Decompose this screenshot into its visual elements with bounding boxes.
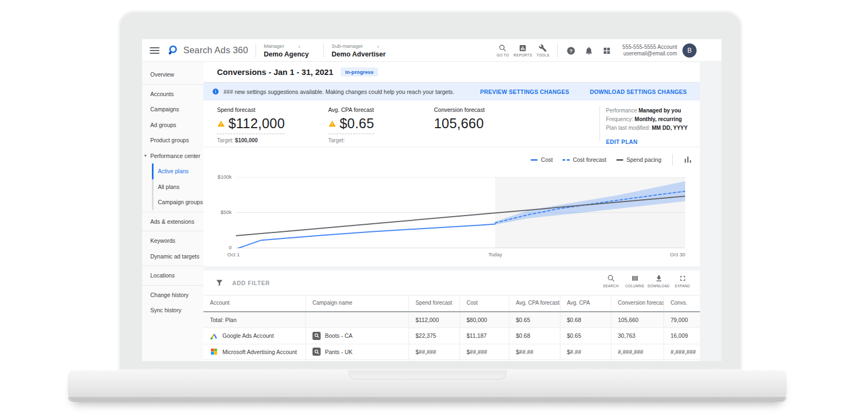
spacer [203, 266, 700, 270]
main-content: Conversions - Jan 1 - 31, 2021 In-progre… [203, 62, 722, 361]
search-campaign-icon [312, 332, 321, 340]
warning-icon [328, 120, 336, 128]
tools-button[interactable]: TOOLS [533, 44, 553, 57]
help-icon[interactable]: ? [566, 46, 576, 55]
chart-legend: Cost Cost forecast Spend pacing [531, 154, 693, 166]
metric-value: 105,660 [434, 116, 484, 131]
campaign-name[interactable]: Boots - CA [325, 332, 353, 339]
account-name[interactable]: Microsoft Advertising Account [222, 349, 297, 355]
column-header[interactable]: Conversion forecast [611, 295, 663, 311]
banner-message: ### new settings suggestions available. … [224, 89, 455, 95]
google-ads-icon [210, 332, 218, 340]
go-to-button[interactable]: GO TO [493, 44, 513, 57]
account-name[interactable]: Google Ads Account [222, 332, 274, 339]
plan-table-panel: ADD FILTER SEARCH COLUMNS [203, 270, 700, 361]
add-filter-button[interactable]: ADD FILTER [232, 280, 270, 286]
table-tools: SEARCH COLUMNS DOWNLOAD [599, 274, 694, 288]
account-number: 555-555-5555 Account [622, 44, 677, 51]
forecast-chart-panel: Cost Cost forecast Spend pacing $100k $5… [203, 147, 700, 266]
divider [672, 154, 673, 166]
legend-spend-pacing[interactable]: Spend pacing [616, 156, 661, 163]
apps-grid-icon[interactable] [602, 46, 611, 55]
plan-info-panel: Performance Managed by you Frequency: Mo… [606, 106, 687, 146]
sidebar-item-change-history[interactable]: Change history [142, 287, 203, 303]
sidebar-item-all-plans[interactable]: All plans [142, 179, 203, 195]
forecast-line-chart[interactable] [236, 177, 685, 248]
app-name: Search Ads 360 [183, 45, 248, 55]
chevron-right-icon: › [377, 43, 379, 49]
sidebar-item-ad-groups[interactable]: Ad groups [142, 117, 203, 133]
column-header[interactable]: Avg. CPA [560, 295, 611, 311]
breadcrumb-level: Sub-manager [331, 43, 363, 49]
chevron-down-icon: ▾ [144, 148, 146, 164]
menu-icon[interactable] [150, 47, 159, 54]
sidebar-item-active-plans[interactable]: Active plans [142, 163, 203, 179]
legend-cost[interactable]: Cost [531, 156, 553, 163]
legend-spend-pacing-swatch [616, 159, 623, 161]
metric-target: Target: $100,000 [217, 137, 285, 143]
sidebar-nav: Overview Accounts Campaigns Ad groups Pr… [142, 62, 203, 361]
table-search-button[interactable]: SEARCH [599, 274, 623, 288]
expand-icon [679, 274, 687, 282]
campaign-name[interactable]: Pants - UK [325, 349, 353, 355]
sidebar-item-keywords[interactable]: Keywords [142, 233, 203, 249]
sidebar-item-dynamic-ad-targets[interactable]: Dynamic ad targets [142, 249, 203, 264]
breadcrumb-name[interactable]: Demo Advertiser [331, 51, 386, 58]
sidebar-item-accounts[interactable]: Accounts [142, 86, 203, 102]
sidebar-item-product-groups[interactable]: Product groups [142, 133, 203, 148]
sidebar-item-overview[interactable]: Overview [142, 67, 203, 83]
status-badge: In-progress [341, 67, 378, 77]
column-header[interactable]: Cost [459, 295, 509, 311]
metric-value[interactable]: $112,000 [228, 116, 285, 131]
sidebar-item-locations[interactable]: Locations [142, 268, 203, 283]
sidebar-item-campaigns[interactable]: Campaigns [142, 102, 203, 117]
legend-cost-forecast-swatch [563, 159, 570, 161]
sidebar-item-performance-center[interactable]: ▾Performance center [142, 148, 203, 164]
x-axis-tick: Oct 1 [227, 251, 240, 257]
total-label: Total: Plan [203, 312, 305, 328]
chart-type-icon[interactable] [682, 154, 693, 165]
filter-funnel-icon[interactable] [215, 279, 224, 287]
metric-value[interactable]: $0.65 [340, 116, 374, 131]
table-expand-button[interactable]: EXPAND [671, 274, 694, 288]
table-download-button[interactable]: DOWNLOAD [647, 274, 671, 288]
x-axis-tick: Today [488, 251, 502, 257]
info-icon [212, 88, 219, 95]
header-toolbar: GO TO REPORTS TOOLS ? 555-555-5555 Accou… [493, 39, 697, 62]
edit-plan-button[interactable]: EDIT PLAN [606, 137, 687, 146]
column-header[interactable]: Account [203, 295, 305, 311]
notifications-bell-icon[interactable] [584, 46, 593, 55]
avatar[interactable]: B [682, 43, 697, 58]
breadcrumb-level: Manager [264, 43, 284, 49]
search-ads-360-logo-icon [167, 45, 179, 56]
legend-cost-forecast[interactable]: Cost forecast [563, 156, 607, 163]
breadcrumb-name[interactable]: Demo Agency [264, 51, 316, 58]
column-header[interactable]: Spend forecast [409, 295, 459, 311]
download-icon [655, 274, 663, 282]
table-columns-button[interactable]: COLUMNS [623, 274, 647, 288]
table-row-microsoft[interactable]: Microsoft Advertising Account Pants - UK… [203, 344, 700, 361]
download-settings-changes-link[interactable]: DOWNLOAD SETTINGS CHANGES [590, 89, 687, 95]
sidebar-item-ads-extensions[interactable]: Ads & extensions [142, 214, 203, 230]
reports-button[interactable]: REPORTS [513, 44, 533, 57]
search-icon [607, 274, 615, 282]
breadcrumb-sub-manager[interactable]: Sub-manager› Demo Advertiser [331, 43, 386, 58]
column-header[interactable]: Avg. CPA forecast [509, 295, 560, 311]
breadcrumb-manager[interactable]: Manager› Demo Agency [264, 43, 316, 58]
table-total-row: Total: Plan $112,000 $80,000 $0.65 $0.68… [203, 312, 700, 329]
warning-icon [217, 120, 225, 128]
sidebar-item-sync-history[interactable]: Sync history [142, 302, 203, 318]
app-header: Search Ads 360 Manager› Demo Agency Sub-… [142, 39, 722, 62]
columns-icon [631, 274, 639, 282]
sidebar-item-campaign-groups[interactable]: Campaign groups [142, 194, 203, 210]
table-row-google-ads[interactable]: Google Ads Account Boots - CA $22,375 $1… [203, 328, 700, 344]
forecast-summary-panel: Spend forecast $112,000 Target: $100,000… [203, 100, 700, 147]
column-header[interactable]: Campaign name [305, 295, 409, 311]
divider [256, 43, 256, 58]
divider [323, 43, 324, 58]
page-title: Conversions - Jan 1 - 31, 2021 [217, 67, 333, 77]
table-row-partial [203, 360, 700, 361]
divider [557, 43, 558, 58]
column-header[interactable]: Convs. [663, 295, 700, 311]
preview-settings-changes-link[interactable]: PREVIEW SETTINGS CHANGES [480, 89, 569, 95]
